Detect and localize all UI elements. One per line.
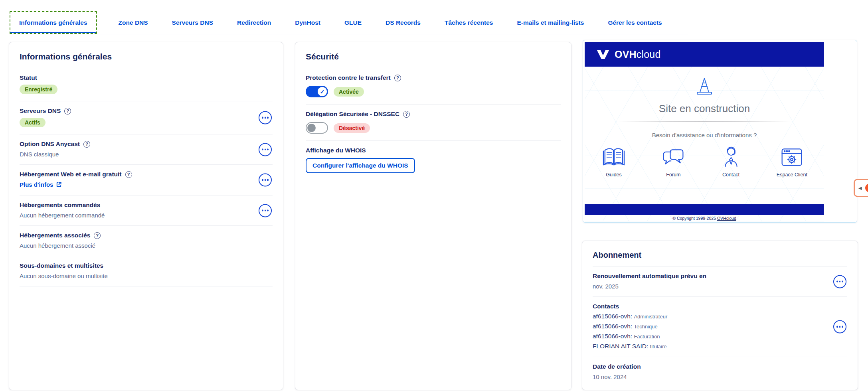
row-hebergement-gratuit: Hébergement Web et e-mail gratuit ? Plus… [20, 164, 273, 195]
row-dns-anycast: Option DNS Anycast ? DNS classique [20, 134, 273, 164]
collapse-arrow-icon: ◀ [858, 186, 862, 191]
anycast-value: DNS classique [20, 151, 273, 158]
copyright-brand-link[interactable]: OVHcloud [717, 216, 736, 221]
contact-line: af615066-ovh: Facturation [593, 333, 847, 340]
forum-link[interactable]: Forum [661, 146, 685, 178]
row-contacts: Contacts af615066-ovh: Administrateur af… [593, 296, 847, 357]
sous-domaines-label: Sous-domaines et multisites [20, 262, 273, 269]
contacts-menu-button[interactable] [833, 320, 846, 334]
row-whois: Affichage du WHOIS Configurer l'affichag… [306, 140, 561, 183]
tab-taches-recentes[interactable]: Tâches récentes [442, 11, 496, 34]
assistance-text: Besoin d'assistance ou d'informations ? [585, 132, 824, 138]
tab-ds-records[interactable]: DS Records [383, 11, 423, 34]
chat-icon [661, 146, 685, 168]
contact-line: af615066-ovh: Technique [593, 323, 847, 330]
panel-title: Informations générales [20, 52, 273, 61]
notification-dot-icon [865, 184, 868, 192]
hebergements-commandes-label: Hébergements commandés [20, 201, 273, 209]
tab-dynhost[interactable]: DynHost [293, 11, 323, 34]
row-sous-domaines: Sous-domaines et multisites Aucun sous-d… [20, 256, 273, 286]
tab-redirection[interactable]: Redirection [235, 11, 273, 34]
row-renouvellement: Renouvellement automatique prévu en nov.… [593, 266, 847, 296]
transfer-protection-toggle[interactable]: ✓ [306, 86, 328, 97]
contacts-label: Contacts [593, 303, 847, 310]
ovhcloud-logo-icon [596, 49, 610, 60]
external-link-icon [56, 182, 62, 188]
security-panel: Sécurité Protection contre le transfert … [295, 42, 571, 390]
tab-glue[interactable]: GLUE [342, 11, 364, 34]
sous-domaines-value: Aucun sous-domaine ou multisite [20, 273, 273, 279]
contact-link[interactable]: Contact [721, 146, 741, 178]
guides-link[interactable]: Guides [601, 146, 626, 178]
help-icon[interactable]: ? [403, 111, 410, 118]
browser-gear-icon [780, 146, 804, 168]
construction-banner: OVHcloud Site en construction Besoin d'a… [585, 42, 824, 221]
transfer-state-badge: Activée [334, 87, 364, 97]
contact-label: Contact [722, 172, 739, 178]
site-preview-card: OVHcloud Site en construction Besoin d'a… [583, 40, 857, 223]
hebergements-associes-value: Aucun hébergement associé [20, 242, 273, 249]
creation-date-value: 10 nov. 2024 [593, 373, 847, 380]
row-serveurs-dns: Serveurs DNS ? Actifs [20, 101, 273, 134]
support-icon [721, 146, 741, 168]
serveurs-dns-label: Serveurs DNS [20, 107, 61, 115]
renewal-menu-button[interactable] [833, 275, 846, 288]
tab-informations-generales[interactable]: Informations générales [10, 11, 97, 34]
book-icon [601, 146, 626, 168]
hebergement-gratuit-menu-button[interactable] [259, 174, 272, 187]
domain-tabs: Informations générales Zone DNS Serveurs… [10, 11, 688, 34]
banner-links: Guides Forum Contact [585, 146, 824, 178]
hebergements-associes-label: Hébergements associés [20, 232, 90, 239]
creation-date-label: Date de création [593, 363, 847, 370]
tab-emails-mailing-lists[interactable]: E-mails et mailing-lists [514, 11, 586, 34]
help-icon[interactable]: ? [83, 141, 90, 148]
transfer-protection-label: Protection contre le transfert [306, 74, 391, 81]
renewal-label: Renouvellement automatique prévu en [593, 273, 847, 280]
espace-client-link[interactable]: Espace Client [777, 146, 807, 178]
whois-label: Affichage du WHOIS [306, 147, 561, 154]
tab-gerer-les-contacts[interactable]: Gérer les contacts [605, 11, 664, 34]
plus-infos-label: Plus d'infos [20, 181, 53, 188]
help-icon[interactable]: ? [64, 108, 71, 115]
construction-title: Site en construction [585, 103, 824, 115]
panel-title: Abonnement [593, 251, 847, 260]
brand-name: OVHcloud [615, 49, 661, 60]
banner-divider [619, 121, 790, 122]
renewal-value: nov. 2025 [593, 283, 847, 290]
row-hebergements-associes: Hébergements associés ? Aucun hébergemen… [20, 225, 273, 256]
anycast-menu-button[interactable] [259, 143, 272, 156]
help-icon[interactable]: ? [125, 171, 132, 178]
row-transfer-protection: Protection contre le transfert ? ✓ Activ… [306, 68, 561, 104]
guides-label: Guides [606, 172, 622, 178]
banner-header: OVHcloud [585, 42, 824, 67]
dnssec-state-badge: Désactivé [334, 123, 370, 133]
dnssec-toggle[interactable] [306, 122, 328, 134]
banner-footer-bar [585, 204, 824, 215]
anycast-label: Option DNS Anycast [20, 140, 80, 148]
configure-whois-button[interactable]: Configurer l'affichage du WHOIS [306, 158, 415, 173]
row-dnssec: Délégation Sécurisée - DNSSEC ? Désactiv… [306, 104, 561, 140]
toggle-check-icon: ✓ [318, 87, 327, 96]
status-badge: Enregistré [20, 85, 57, 94]
construction-cone-icon [585, 76, 824, 99]
dns-status-badge: Actifs [20, 118, 45, 127]
dnssec-label: Délégation Sécurisée - DNSSEC [306, 111, 399, 118]
dns-menu-button[interactable] [259, 111, 272, 124]
feedback-widget-button[interactable]: ◀ [854, 179, 868, 197]
row-date-creation: Date de création 10 nov. 2024 [593, 357, 847, 390]
general-info-panel: Informations générales Statut Enregistré… [9, 42, 283, 390]
copyright-text: © Copyright 1999-2025 OVHcloud [585, 216, 824, 221]
help-icon[interactable]: ? [94, 232, 101, 239]
tab-zone-dns[interactable]: Zone DNS [116, 11, 150, 34]
help-icon[interactable]: ? [394, 75, 401, 81]
row-hebergements-commandes: Hébergements commandés Aucun hébergement… [20, 195, 273, 225]
forum-label: Forum [666, 172, 680, 178]
row-statut: Statut Enregistré [20, 68, 273, 101]
hebergements-commandes-menu-button[interactable] [259, 204, 272, 217]
panel-title: Sécurité [306, 52, 561, 61]
hebergements-commandes-value: Aucun hébergement commandé [20, 212, 273, 219]
tab-serveurs-dns[interactable]: Serveurs DNS [170, 11, 216, 34]
plus-infos-link[interactable]: Plus d'infos [20, 181, 62, 188]
contact-line: FLORIAN AIT SAID: titulaire [593, 343, 847, 350]
espace-client-label: Espace Client [777, 172, 807, 178]
